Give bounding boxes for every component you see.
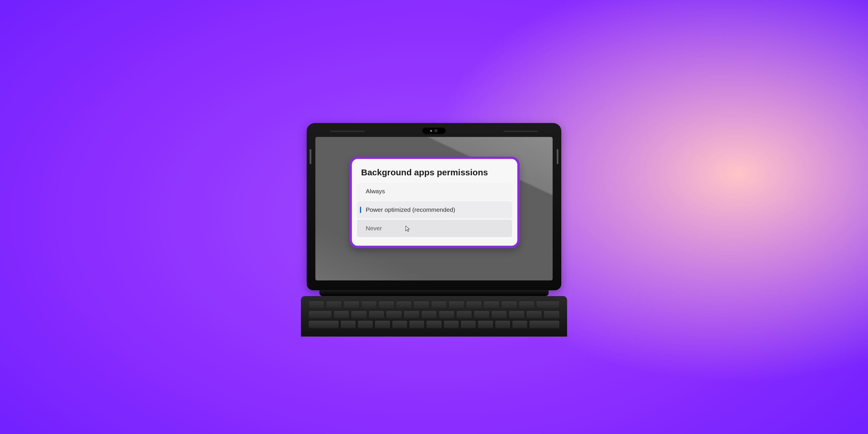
key: [501, 301, 517, 309]
key: [536, 301, 560, 309]
key: [334, 310, 349, 318]
key: [519, 301, 535, 309]
key: [358, 320, 373, 329]
key: [361, 301, 377, 309]
camera-lens-icon: [434, 129, 438, 132]
option-label: Power optimized (recommended): [366, 206, 455, 213]
selection-indicator-icon: [360, 207, 361, 213]
key: [308, 301, 324, 309]
key: [378, 301, 394, 309]
option-always[interactable]: Always: [357, 183, 512, 200]
key: [466, 301, 482, 309]
lid-port-right: [557, 149, 558, 164]
keyboard: [308, 301, 560, 329]
key: [448, 301, 464, 309]
key: [404, 310, 420, 318]
key: [474, 310, 490, 318]
speaker-grille-left: [330, 130, 365, 132]
key: [386, 310, 402, 318]
key: [421, 310, 437, 318]
key: [526, 310, 542, 318]
key: [478, 320, 493, 329]
key: [343, 301, 359, 309]
key: [426, 320, 441, 329]
key: [413, 301, 429, 309]
laptop-screen: Background apps permissions Always Power…: [315, 137, 553, 280]
key: [484, 301, 499, 309]
key: [461, 320, 476, 329]
key: [512, 320, 527, 329]
background-apps-permissions-dialog: Background apps permissions Always Power…: [349, 157, 520, 248]
laptop-lid: Background apps permissions Always Power…: [307, 123, 561, 290]
key: [396, 301, 412, 309]
laptop-base: [301, 296, 567, 337]
camera-notch: [423, 128, 445, 134]
key: [509, 310, 525, 318]
lid-port-left: [310, 149, 311, 164]
key: [544, 310, 560, 318]
key: [308, 310, 332, 318]
speaker-grille-right: [503, 130, 538, 132]
key: [495, 320, 510, 329]
option-label: Never: [366, 225, 382, 232]
key: [308, 320, 339, 329]
key: [443, 320, 459, 329]
key: [409, 320, 425, 329]
key: [431, 301, 447, 309]
dialog-title: Background apps permissions: [357, 166, 512, 183]
key: [326, 301, 342, 309]
key: [392, 320, 407, 329]
key: [341, 320, 356, 329]
key: [439, 310, 455, 318]
option-never[interactable]: Never: [357, 220, 512, 237]
laptop-illustration: Background apps permissions Always Power…: [307, 123, 561, 337]
key: [375, 320, 390, 329]
option-label: Always: [366, 188, 385, 195]
laptop-hinge: [319, 290, 549, 296]
key: [491, 310, 507, 318]
key: [456, 310, 472, 318]
camera-led-icon: [430, 130, 432, 132]
pointer-arrow-icon: [405, 225, 410, 232]
permissions-option-list: Always Power optimized (recommended) Nev…: [357, 183, 512, 237]
option-power-optimized[interactable]: Power optimized (recommended): [357, 201, 512, 218]
key: [351, 310, 367, 318]
key: [529, 320, 560, 329]
key: [369, 310, 384, 318]
